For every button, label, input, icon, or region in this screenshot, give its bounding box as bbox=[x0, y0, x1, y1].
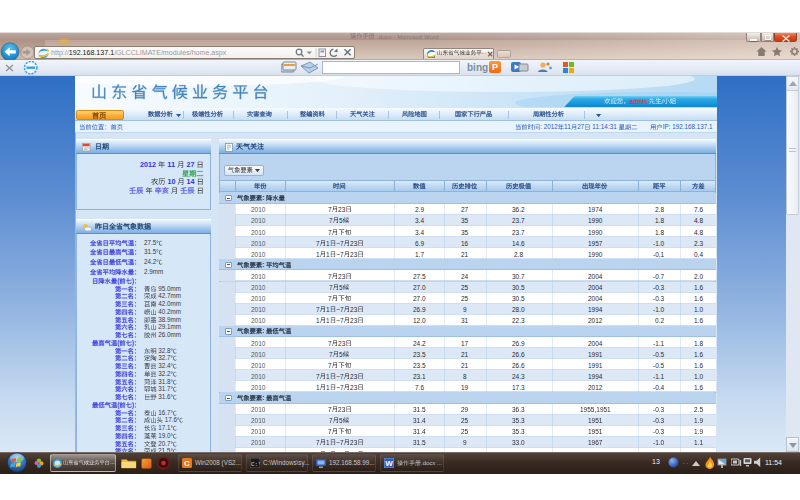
svg-text:2010: 2010 bbox=[251, 250, 266, 257]
svg-text:42.0mm: 42.0mm bbox=[157, 300, 182, 307]
svg-text:2010: 2010 bbox=[251, 350, 266, 357]
svg-text:31.5: 31.5 bbox=[144, 249, 157, 256]
svg-text:2010: 2010 bbox=[251, 339, 266, 346]
svg-text:20.7: 20.7 bbox=[157, 440, 171, 447]
svg-text:42.7mm: 42.7mm bbox=[157, 293, 182, 300]
svg-text:1991: 1991 bbox=[588, 350, 603, 357]
svg-text:1: 1 bbox=[316, 250, 320, 257]
svg-text:9: 9 bbox=[463, 306, 467, 313]
svg-text:2.8: 2.8 bbox=[514, 250, 523, 257]
svg-text:1951: 1951 bbox=[588, 428, 603, 435]
svg-text:23: 23 bbox=[338, 406, 346, 413]
svg-text:-1.0: -1.0 bbox=[653, 439, 665, 446]
svg-text:2010: 2010 bbox=[251, 417, 266, 424]
svg-text:0.4: 0.4 bbox=[694, 250, 703, 257]
svg-text:1: 1 bbox=[326, 306, 330, 313]
svg-text:23.5: 23.5 bbox=[413, 350, 426, 357]
svg-text:11: 11 bbox=[564, 123, 572, 130]
svg-text:11:14:31: 11:14:31 bbox=[590, 123, 618, 130]
svg-text:23: 23 bbox=[350, 306, 358, 313]
svg-text:2004: 2004 bbox=[588, 284, 603, 291]
svg-text:5: 5 bbox=[339, 417, 343, 424]
svg-text:29.1mm: 29.1mm bbox=[157, 324, 182, 331]
svg-text:2010: 2010 bbox=[251, 206, 266, 213]
svg-text:1951: 1951 bbox=[588, 417, 603, 424]
svg-text:~7: ~7 bbox=[336, 306, 344, 313]
svg-text:30.7: 30.7 bbox=[512, 272, 525, 279]
svg-text:-1.0: -1.0 bbox=[653, 239, 665, 246]
svg-text:14.6: 14.6 bbox=[512, 239, 525, 246]
svg-text:27.5: 27.5 bbox=[413, 272, 426, 279]
svg-text:1: 1 bbox=[326, 317, 330, 324]
svg-text:-0.5: -0.5 bbox=[653, 350, 665, 357]
svg-text:2010: 2010 bbox=[251, 428, 266, 435]
svg-text:31.6: 31.6 bbox=[157, 393, 171, 400]
svg-text:7: 7 bbox=[329, 350, 333, 357]
svg-text:C:\: C:\ bbox=[251, 461, 260, 468]
svg-text:35.3: 35.3 bbox=[512, 417, 525, 424]
svg-text:7: 7 bbox=[328, 339, 332, 346]
svg-text:1.0: 1.0 bbox=[694, 372, 703, 379]
svg-text:21: 21 bbox=[461, 361, 469, 368]
svg-text:23: 23 bbox=[338, 206, 346, 213]
svg-text:-0.3: -0.3 bbox=[653, 417, 665, 424]
svg-text:7: 7 bbox=[328, 361, 332, 368]
svg-text:1.8: 1.8 bbox=[694, 339, 703, 346]
svg-text:32.4: 32.4 bbox=[157, 362, 171, 369]
svg-text::: : bbox=[262, 394, 266, 401]
svg-text:23: 23 bbox=[338, 339, 346, 346]
svg-text:23.7: 23.7 bbox=[512, 228, 525, 235]
svg-text:7: 7 bbox=[316, 439, 320, 446]
svg-text:1.9: 1.9 bbox=[694, 428, 703, 435]
svg-text:-1.1: -1.1 bbox=[653, 339, 665, 346]
svg-text:8: 8 bbox=[463, 372, 467, 379]
svg-text:1994: 1994 bbox=[588, 372, 603, 379]
svg-text:2012: 2012 bbox=[588, 317, 603, 324]
svg-text:-0.3: -0.3 bbox=[653, 295, 665, 302]
svg-text:2010: 2010 bbox=[251, 239, 266, 246]
svg-text:0.2: 0.2 bbox=[655, 317, 664, 324]
svg-text:2.8: 2.8 bbox=[655, 206, 664, 213]
svg-text:2010: 2010 bbox=[251, 306, 266, 313]
svg-text:1: 1 bbox=[316, 383, 320, 390]
svg-text:12.0: 12.0 bbox=[413, 317, 426, 324]
svg-text:1957: 1957 bbox=[588, 239, 603, 246]
svg-text:2.5: 2.5 bbox=[694, 406, 703, 413]
svg-text:16.7: 16.7 bbox=[157, 409, 171, 416]
svg-text:7: 7 bbox=[329, 217, 333, 224]
svg-text:-0.4: -0.4 bbox=[653, 383, 665, 390]
svg-text:23: 23 bbox=[338, 272, 346, 279]
svg-text:32.2: 32.2 bbox=[157, 370, 171, 377]
svg-text:7: 7 bbox=[328, 228, 332, 235]
svg-text:25: 25 bbox=[461, 417, 469, 424]
svg-text:2010: 2010 bbox=[251, 372, 266, 379]
svg-text:31.8: 31.8 bbox=[157, 378, 171, 385]
svg-text:27.0: 27.0 bbox=[413, 284, 426, 291]
svg-text:~7: ~7 bbox=[336, 239, 344, 246]
svg-text:2010: 2010 bbox=[251, 284, 266, 291]
svg-text:1.6: 1.6 bbox=[694, 284, 703, 291]
svg-text:~7: ~7 bbox=[336, 439, 344, 446]
svg-text:7: 7 bbox=[328, 428, 332, 435]
svg-text:26.6: 26.6 bbox=[512, 350, 525, 357]
svg-text:35: 35 bbox=[461, 228, 469, 235]
svg-text:27: 27 bbox=[187, 160, 197, 169]
svg-text:31: 31 bbox=[461, 317, 469, 324]
svg-text:24.2: 24.2 bbox=[413, 339, 426, 346]
svg-text:14: 14 bbox=[187, 177, 197, 186]
svg-text:2010: 2010 bbox=[251, 361, 266, 368]
svg-text:admin: admin bbox=[629, 97, 648, 104]
svg-text:5: 5 bbox=[339, 284, 343, 291]
svg-text:36.3: 36.3 bbox=[512, 406, 525, 413]
svg-text:): ) bbox=[132, 339, 134, 347]
svg-text:4.8: 4.8 bbox=[694, 217, 703, 224]
svg-text:1.9: 1.9 bbox=[694, 417, 703, 424]
svg-text:2.9: 2.9 bbox=[415, 206, 424, 213]
svg-text:7: 7 bbox=[316, 239, 320, 246]
svg-text:19.0: 19.0 bbox=[157, 432, 171, 439]
svg-text:31.5: 31.5 bbox=[413, 439, 426, 446]
svg-text:35.3: 35.3 bbox=[512, 428, 525, 435]
svg-text:10: 10 bbox=[168, 177, 178, 186]
svg-text:7: 7 bbox=[329, 284, 333, 291]
svg-text:36.2: 36.2 bbox=[512, 206, 525, 213]
